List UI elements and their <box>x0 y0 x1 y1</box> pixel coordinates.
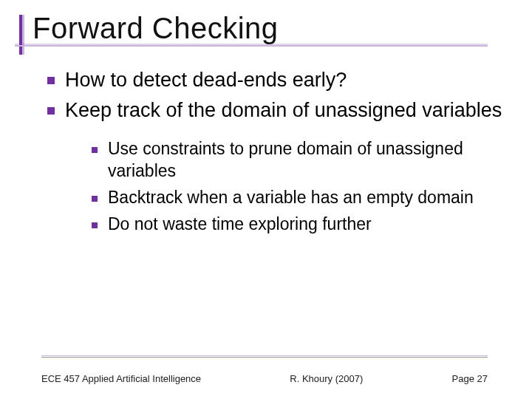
bullet-lvl2: Do not waste time exploring further <box>92 214 502 236</box>
footer-rule <box>41 357 488 358</box>
slide: Forward Checking How to detect dead-ends… <box>0 0 532 399</box>
footer-page: Page 27 <box>452 373 488 384</box>
bullet-lvl1: Keep track of the domain of unassigned v… <box>47 98 502 123</box>
title-block: Forward Checking <box>0 0 532 45</box>
bullet-text: Do not waste time exploring further <box>108 214 372 236</box>
footer-author: R. Khoury (2007) <box>290 373 363 384</box>
square-bullet-icon <box>92 147 98 153</box>
bullet-lvl2: Use constraints to prune domain of unass… <box>92 138 502 183</box>
slide-title: Forward Checking <box>15 12 532 45</box>
bullet-text: How to detect dead-ends early? <box>65 67 347 93</box>
footer: ECE 457 Applied Artificial Intelligence … <box>0 373 532 384</box>
bullet-lvl1: How to detect dead-ends early? <box>47 67 502 93</box>
square-bullet-icon <box>92 196 98 202</box>
footer-course: ECE 457 Applied Artificial Intelligence <box>41 373 201 384</box>
square-bullet-icon <box>47 77 55 84</box>
bullet-text: Keep track of the domain of unassigned v… <box>65 98 502 123</box>
sub-bullets: Use constraints to prune domain of unass… <box>47 128 502 236</box>
square-bullet-icon <box>47 107 55 115</box>
bullet-text: Use constraints to prune domain of unass… <box>108 138 502 183</box>
title-underline <box>15 45 488 47</box>
slide-body: How to detect dead-ends early? Keep trac… <box>0 45 532 236</box>
bullet-lvl2: Backtrack when a variable has an empty d… <box>92 187 502 209</box>
title-accent-vertical <box>19 15 22 55</box>
bullet-text: Backtrack when a variable has an empty d… <box>108 187 474 209</box>
square-bullet-icon <box>92 222 98 228</box>
